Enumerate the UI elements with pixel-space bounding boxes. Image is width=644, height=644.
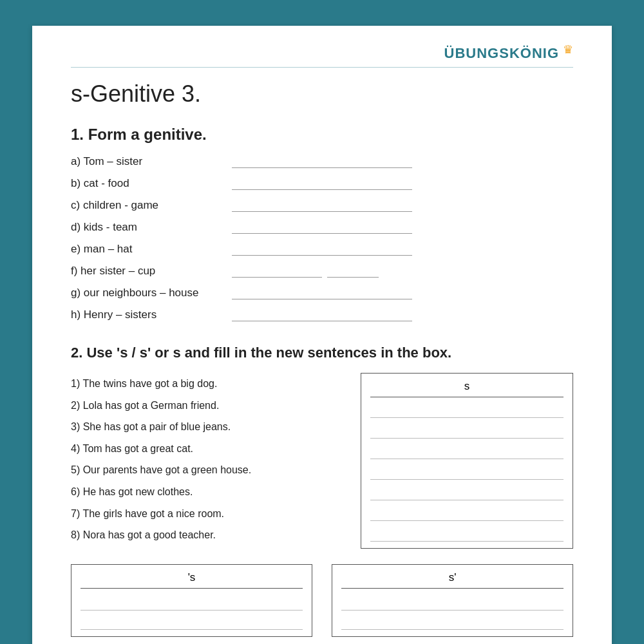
- exercise-item-b: b) cat - food: [71, 177, 573, 190]
- bottom-boxes: 's s': [71, 564, 573, 637]
- logo: ÜBUNGSKÖNIG ♛: [444, 45, 573, 62]
- section1-title: 1. Form a genitive.: [71, 126, 573, 144]
- exercise-item-a: a) Tom – sister: [71, 155, 573, 168]
- exercise-label-a: a) Tom – sister: [71, 155, 213, 168]
- bottom-box-left-header: 's: [80, 571, 303, 589]
- bottom-box-left-lines: [80, 591, 303, 630]
- bottom-box-right-line-2[interactable]: [341, 611, 564, 630]
- exercise-item-g: g) our neighbours – house: [71, 287, 573, 299]
- sentence-1: 1) The twins have got a big dog.: [71, 373, 341, 395]
- page-title: s-Genitive 3.: [71, 80, 573, 108]
- sentences-list: 1) The twins have got a big dog. 2) Lola…: [71, 373, 341, 546]
- answer-line-g[interactable]: [232, 287, 412, 299]
- exercise-label-d: d) kids - team: [71, 221, 213, 234]
- bottom-box-s-apostrophe[interactable]: s': [332, 564, 573, 637]
- box-header-s: s: [370, 380, 564, 397]
- answer-line-d[interactable]: [232, 221, 412, 234]
- answer-line-a[interactable]: [232, 155, 412, 168]
- exercise-item-f: f) her sister – cup: [71, 265, 573, 278]
- exercise-item-d: d) kids - team: [71, 221, 573, 234]
- box-line-2[interactable]: [370, 419, 564, 439]
- exercise-item-c: c) children - game: [71, 199, 573, 212]
- sentence-6: 6) He has got new clothes.: [71, 481, 341, 503]
- box-lines: [370, 397, 564, 542]
- answer-line-c[interactable]: [232, 199, 412, 212]
- section2-title: 2. Use 's / s' or s and fill in the new …: [71, 345, 573, 361]
- logo-crown: ♛: [563, 43, 573, 57]
- sentence-2: 2) Lola has got a German friend.: [71, 395, 341, 417]
- bottom-box-right-line-1[interactable]: [341, 591, 564, 611]
- answer-line-e[interactable]: [232, 243, 412, 256]
- bottom-box-left-line-1[interactable]: [80, 591, 303, 611]
- answer-line-b[interactable]: [232, 177, 412, 190]
- exercise-label-e: e) man – hat: [71, 243, 213, 256]
- sentence-5: 5) Our parents have got a green house.: [71, 459, 341, 481]
- sentence-7: 7) The girls have got a nice room.: [71, 503, 341, 525]
- logo-text: ÜBUNGSKÖNIG: [444, 45, 559, 62]
- bottom-box-right-header: s': [341, 571, 564, 589]
- exercise-label-f: f) her sister – cup: [71, 265, 213, 278]
- exercise-label-b: b) cat - food: [71, 177, 213, 190]
- section2: 2. Use 's / s' or s and fill in the new …: [71, 345, 573, 637]
- section2-body: 1) The twins have got a big dog. 2) Lola…: [71, 373, 573, 549]
- bottom-box-apostrophe-s[interactable]: 's: [71, 564, 312, 637]
- sentence-4: 4) Tom has got a great cat.: [71, 438, 341, 460]
- worksheet-page: ÜBUNGSKÖNIG ♛ s-Genitive 3. 1. Form a ge…: [32, 26, 612, 644]
- answer-box-s[interactable]: s: [361, 373, 573, 549]
- sentence-8: 8) Nora has got a good teacher.: [71, 524, 341, 546]
- exercise-item-h: h) Henry – sisters: [71, 308, 573, 321]
- box-line-6[interactable]: [370, 502, 564, 521]
- sentence-3: 3) She has got a pair of blue jeans.: [71, 416, 341, 438]
- box-line-4[interactable]: [370, 460, 564, 480]
- answer-line-f-1[interactable]: [232, 265, 322, 278]
- box-line-1[interactable]: [370, 399, 564, 418]
- exercise-item-e: e) man – hat: [71, 243, 573, 256]
- bottom-box-right-lines: [341, 591, 564, 630]
- exercise-label-g: g) our neighbours – house: [71, 287, 213, 299]
- box-line-5[interactable]: [370, 481, 564, 500]
- exercise-label-h: h) Henry – sisters: [71, 308, 213, 321]
- page-header: ÜBUNGSKÖNIG ♛: [71, 45, 573, 68]
- box-line-7[interactable]: [370, 522, 564, 542]
- bottom-box-left-line-2[interactable]: [80, 611, 303, 630]
- answer-line-h[interactable]: [232, 308, 412, 321]
- box-line-3[interactable]: [370, 440, 564, 459]
- answer-line-f-2[interactable]: [327, 265, 379, 278]
- exercise-label-c: c) children - game: [71, 199, 213, 212]
- section1: 1. Form a genitive. a) Tom – sister b) c…: [71, 126, 573, 321]
